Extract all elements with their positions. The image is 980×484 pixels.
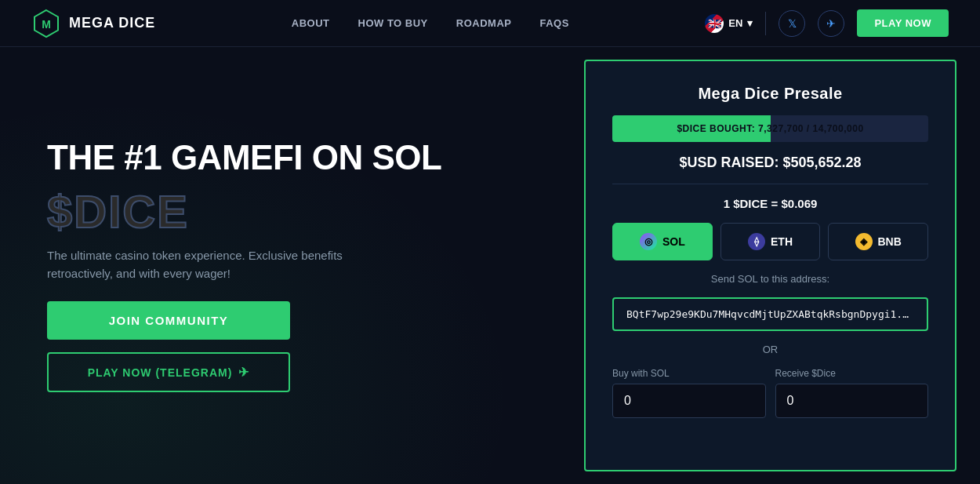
sol-address[interactable]: BQtF7wp29e9KDu7MHqvcdMjtUpZXABtqkRsbgnDp… xyxy=(612,297,928,331)
eth-label: ETH xyxy=(771,235,793,248)
receive-dice-input[interactable] xyxy=(775,384,929,418)
nav-faqs[interactable]: FAQS xyxy=(539,17,568,29)
join-community-button[interactable]: JOIN COMMUNITY xyxy=(47,301,290,340)
telegram-social-button[interactable]: ✈ xyxy=(818,10,844,37)
send-label: Send SOL to this address: xyxy=(612,273,928,285)
progress-label: $DICE BOUGHT: 7,327,700 / 14,700,000 xyxy=(612,115,928,142)
presale-title: Mega Dice Presale xyxy=(612,85,928,103)
logo-icon: M xyxy=(31,9,61,38)
nav-roadmap[interactable]: ROADMAP xyxy=(456,17,512,29)
telegram-btn-text: PLAY NOW (TELEGRAM) xyxy=(88,366,233,379)
lang-label: EN xyxy=(728,17,742,29)
sol-label: SOL xyxy=(662,235,685,248)
usd-raised: $USD RAISED: $505,652.28 xyxy=(612,155,928,171)
logo-text: MEGA DICE xyxy=(69,15,155,31)
language-selector[interactable]: 🇬🇧 EN ▾ xyxy=(705,14,753,33)
or-text: OR xyxy=(612,344,928,355)
buy-sol-input[interactable] xyxy=(612,384,766,418)
dice-price: 1 $DICE = $0.069 xyxy=(612,197,928,210)
sol-icon: ◎ xyxy=(640,233,657,250)
progress-bar-wrapper: $DICE BOUGHT: 7,327,700 / 14,700,000 xyxy=(612,115,928,142)
svg-text:M: M xyxy=(42,18,51,31)
header-divider xyxy=(765,12,766,35)
nav-how-to-buy[interactable]: HOW TO BUY xyxy=(358,17,428,29)
play-now-header-button[interactable]: PLAY NOW xyxy=(857,9,949,37)
presale-panel: Mega Dice Presale $DICE BOUGHT: 7,327,70… xyxy=(584,60,956,471)
telegram-icon: ✈ xyxy=(826,17,836,30)
play-telegram-button[interactable]: PLAY NOW (TELEGRAM) ✈ xyxy=(47,352,290,392)
logo-area[interactable]: M MEGA DICE xyxy=(31,9,155,38)
flag-icon: 🇬🇧 xyxy=(705,14,724,33)
bnb-button[interactable]: ◈ BNB xyxy=(828,223,928,260)
receive-label: Receive $Dice xyxy=(775,368,929,379)
buy-inputs: Buy with SOL Receive $Dice xyxy=(612,368,928,418)
telegram-send-icon: ✈ xyxy=(238,365,249,380)
buy-sol-label: Buy with SOL xyxy=(612,368,766,379)
twitter-icon: 𝕏 xyxy=(788,17,797,30)
eth-icon: ⟠ xyxy=(748,233,765,250)
main-nav: ABOUT HOW TO BUY ROADMAP FAQS xyxy=(292,17,569,29)
nav-about[interactable]: ABOUT xyxy=(292,17,330,29)
receive-dice-group: Receive $Dice xyxy=(775,368,929,418)
bnb-icon: ◈ xyxy=(855,233,873,250)
eth-button[interactable]: ⟠ ETH xyxy=(720,223,821,260)
bnb-label: BNB xyxy=(878,235,902,248)
hero-title: THE #1 GAMEFI ON SOL xyxy=(47,139,537,176)
twitter-button[interactable]: 𝕏 xyxy=(779,10,805,37)
sol-button[interactable]: ◎ SOL xyxy=(612,223,713,260)
hero-subtitle: The ultimate casino token experience. Ex… xyxy=(47,247,345,282)
presale-divider xyxy=(612,184,928,184)
hero-section: THE #1 GAMEFI ON SOL $DICE The ultimate … xyxy=(0,47,584,484)
main-content: THE #1 GAMEFI ON SOL $DICE The ultimate … xyxy=(0,47,980,484)
currency-buttons: ◎ SOL ⟠ ETH ◈ BNB xyxy=(612,223,928,260)
buy-sol-group: Buy with SOL xyxy=(612,368,766,418)
chevron-down-icon: ▾ xyxy=(747,17,753,29)
hero-dice-label: $DICE xyxy=(47,189,537,235)
header-right: 🇬🇧 EN ▾ 𝕏 ✈ PLAY NOW xyxy=(705,9,949,37)
